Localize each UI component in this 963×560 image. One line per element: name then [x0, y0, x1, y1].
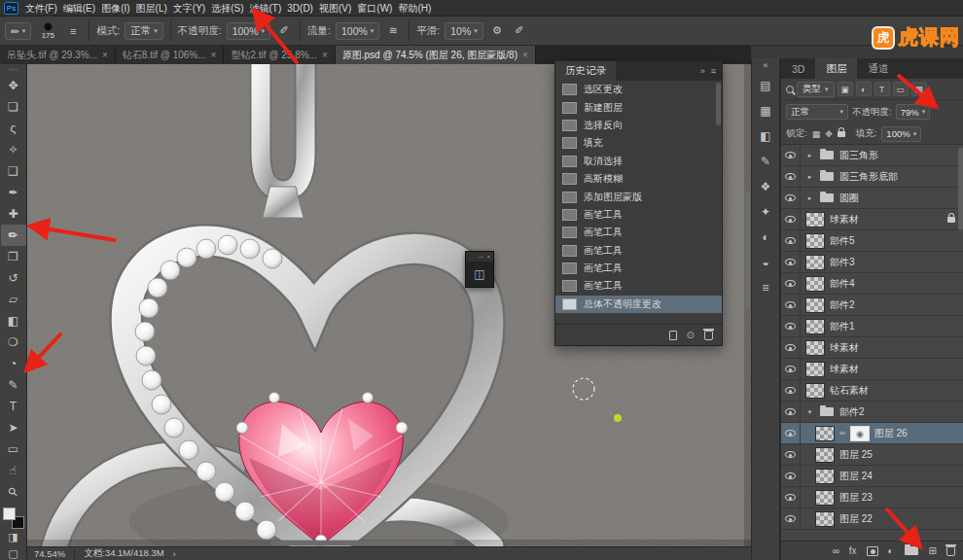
filter-pixel-layers-icon[interactable]: ▣ — [838, 82, 853, 96]
lock-all-icon[interactable] — [838, 131, 845, 137]
history-item[interactable]: 取消选择 — [555, 153, 722, 170]
layer-row[interactable]: 图层 22 — [781, 508, 963, 530]
close-icon[interactable]: × — [522, 50, 528, 60]
layer-thumbnail[interactable] — [815, 469, 835, 484]
layer-thumbnail[interactable] — [805, 233, 825, 249]
layer-opacity-input[interactable]: 79%▾ — [896, 104, 931, 120]
history-item[interactable]: 选区更改 — [555, 81, 722, 98]
layer-thumbnail[interactable] — [805, 255, 825, 270]
layer-thumbnail[interactable] — [815, 447, 835, 463]
flow-input[interactable]: 100%▾ — [336, 22, 379, 40]
layer-group-row[interactable]: ▸圆三角形底部 — [781, 166, 963, 188]
layer-row[interactable]: 部件5 — [781, 230, 963, 252]
collapsed-panel-icon[interactable]: ◐ — [754, 226, 777, 249]
zoom-level-field[interactable]: 74.54% — [34, 548, 65, 559]
layer-group-row[interactable]: ▸圆圈 — [781, 188, 963, 209]
chevron-right-icon[interactable]: ▸ — [805, 173, 814, 181]
filter-kind-select[interactable]: 类型▾ — [797, 82, 835, 97]
visibility-toggle[interactable] — [781, 188, 801, 209]
dodge-tool[interactable]: ◔ — [1, 353, 26, 374]
lock-position-icon[interactable]: ✥ — [825, 129, 833, 139]
menu-help[interactable]: 帮助(H) — [395, 0, 434, 17]
layer-thumbnail[interactable] — [805, 319, 825, 334]
chevron-right-icon[interactable]: ▸ — [805, 152, 814, 159]
new-group-button[interactable] — [905, 546, 918, 555]
collapsed-panel-icon[interactable]: ❖ — [754, 175, 777, 198]
current-tool-select[interactable]: ✏▾ — [5, 22, 31, 40]
collapsed-panel-icon[interactable]: ✦ — [754, 200, 777, 224]
link-layers-button[interactable]: ∞ — [833, 545, 839, 556]
history-item[interactable]: 高斯模糊 — [555, 170, 722, 188]
visibility-toggle[interactable] — [781, 508, 801, 530]
expand-panels-icon[interactable]: « — [763, 58, 767, 73]
layer-thumbnail[interactable] — [805, 340, 825, 356]
layer-group-row[interactable]: ▸圆三角形 — [781, 145, 963, 166]
layer-mask-thumbnail[interactable] — [850, 426, 870, 441]
history-item[interactable]: 画笔工具 — [555, 277, 722, 295]
layer-thumbnail[interactable] — [815, 426, 835, 441]
move-tool[interactable]: ✥ — [1, 75, 26, 96]
edit-toolbar-icon[interactable]: ⋯ — [10, 65, 18, 75]
collapsed-panel-icon[interactable]: ◒ — [754, 251, 777, 274]
history-item-selected[interactable]: 总体不透明度更改 — [555, 296, 722, 313]
pen-pressure-size-icon[interactable]: ✐ — [511, 22, 528, 40]
new-document-from-state-button[interactable] — [669, 331, 677, 340]
menu-edit[interactable]: 编辑(E) — [60, 0, 98, 17]
close-icon[interactable]: × — [322, 50, 328, 60]
vertical-scrollbar[interactable] — [744, 64, 751, 546]
history-item[interactable]: 选择反向 — [555, 117, 722, 134]
menu-image[interactable]: 图像(I) — [98, 0, 132, 17]
eyedropper-tool[interactable]: ✒ — [1, 182, 26, 203]
gradient-tool[interactable]: ◧ — [1, 310, 26, 332]
zoom-tool[interactable]: ⚲ — [1, 481, 26, 503]
type-tool[interactable]: T — [1, 396, 26, 417]
toggle-brush-panel-button[interactable]: ≡ — [64, 22, 82, 40]
add-layer-mask-button[interactable] — [867, 546, 878, 556]
foreground-color-swatch[interactable] — [3, 508, 16, 520]
opacity-input[interactable]: 100%▾ — [227, 22, 270, 40]
layer-row[interactable]: 部件3 — [781, 252, 963, 273]
layer-row[interactable]: 图层 23 — [781, 487, 963, 508]
document-tab-active[interactable]: 原图.psd @ 74.5% (图层 26, 图层蒙版/8)× — [336, 46, 536, 64]
shape-tool[interactable]: ▭ — [1, 438, 26, 460]
history-item[interactable]: 画笔工具 — [555, 242, 722, 260]
crop-tool[interactable]: ❑ — [1, 160, 26, 182]
horizontal-scrollbar-thumb[interactable] — [270, 541, 455, 545]
new-snapshot-button[interactable]: ⊙ — [687, 330, 695, 340]
visibility-toggle[interactable] — [781, 230, 801, 252]
menu-window[interactable]: 窗口(W) — [354, 0, 395, 17]
visibility-toggle[interactable] — [781, 402, 801, 423]
smoothing-options-gear-icon[interactable]: ⚙ — [488, 22, 506, 40]
layer-row[interactable]: 图层 24 — [781, 466, 963, 487]
path-select-tool[interactable]: ➤ — [1, 417, 26, 438]
pen-tool[interactable]: ✎ — [1, 374, 26, 396]
layer-thumbnail[interactable] — [815, 511, 835, 527]
tab-3d[interactable]: 3D — [781, 58, 815, 79]
layer-thumbnail[interactable] — [805, 298, 825, 313]
quick-select-tool[interactable]: ✧ — [1, 139, 26, 160]
layer-thumbnail[interactable] — [805, 212, 825, 228]
visibility-toggle[interactable] — [781, 252, 801, 273]
color-swatches[interactable] — [3, 508, 24, 529]
menu-type[interactable]: 文字(Y) — [170, 0, 208, 17]
visibility-toggle[interactable] — [781, 273, 801, 295]
collapsed-panel-icon[interactable]: ◧ — [754, 124, 777, 148]
brush-preset-picker[interactable]: 175 — [36, 22, 59, 40]
layer-thumbnail[interactable] — [805, 362, 825, 377]
layer-blend-mode-select[interactable]: 正常▾ — [786, 104, 848, 120]
tab-channels[interactable]: 通道 — [857, 58, 899, 79]
blur-tool[interactable]: ❍ — [1, 332, 26, 353]
menu-filter[interactable]: 滤镜(T) — [247, 0, 285, 17]
menu-3d[interactable]: 3D(D) — [284, 0, 316, 17]
layer-group-row-open[interactable]: ▾部件2 — [781, 402, 963, 423]
chevron-right-icon[interactable]: ▸ — [805, 194, 814, 202]
menu-layer[interactable]: 图层(L) — [133, 0, 170, 17]
visibility-toggle[interactable] — [781, 359, 801, 380]
layer-row[interactable]: 球素材 — [781, 359, 963, 380]
new-layer-button[interactable]: ⊞ — [929, 545, 937, 556]
filter-shape-layers-icon[interactable]: ▭ — [893, 82, 909, 96]
history-item[interactable]: 画笔工具 — [555, 206, 722, 224]
collapsed-panel-icon[interactable]: ≡ — [754, 276, 777, 299]
layer-row[interactable]: 部件2 — [781, 295, 963, 316]
layer-row[interactable]: 部件4 — [781, 273, 963, 295]
